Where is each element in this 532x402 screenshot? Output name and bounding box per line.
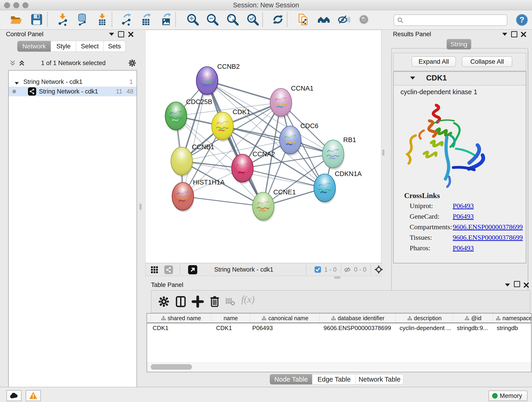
zoom-in-icon[interactable] (186, 13, 199, 26)
function-builder-icon: f(x) (241, 294, 254, 305)
network-edge[interactable] (183, 196, 263, 206)
tab-network-table[interactable]: Network Table (355, 374, 404, 385)
collapse-all-icon[interactable] (9, 60, 16, 66)
network-share-view-icon[interactable] (164, 265, 173, 274)
show-preview-icon[interactable] (357, 13, 370, 26)
column-header[interactable]: database identifier (319, 313, 396, 323)
close-window-icon[interactable] (4, 2, 10, 8)
table-cell[interactable]: CDK1 (211, 324, 253, 332)
network-graph[interactable]: CCNB2CCNA1CDC25BCDK1CDC6RB1CCNB1CCNA2CDK… (146, 30, 381, 263)
control-panel-menu-icon[interactable] (109, 32, 114, 37)
refresh-icon[interactable] (272, 13, 284, 26)
grid-view-icon[interactable] (151, 266, 158, 274)
zoom-window-icon[interactable] (22, 2, 28, 8)
network-node-RB1[interactable]: RB1 (322, 136, 356, 170)
open-session-icon[interactable] (10, 13, 22, 26)
column-header[interactable]: namespace (493, 313, 531, 323)
zoom-fit-icon[interactable] (226, 13, 239, 26)
warning-button[interactable] (26, 390, 41, 401)
tab-network[interactable]: Network (17, 41, 51, 52)
minimize-window-icon[interactable] (13, 2, 19, 8)
network-collection-row[interactable]: String Network - cdk1 1 (9, 77, 137, 87)
table-cell[interactable]: CDK1 (150, 324, 211, 332)
network-node-CDC25B[interactable]: CDC25B (165, 98, 212, 132)
crosslink-genecard-link[interactable]: P06493 (453, 212, 474, 220)
help-icon[interactable]: ? (515, 13, 528, 26)
network-node-CCNE1[interactable]: CCNE1 (253, 188, 296, 222)
gene-section-header[interactable]: CDK1 (394, 72, 526, 85)
tab-string[interactable]: String (447, 39, 471, 50)
search-input[interactable] (406, 15, 503, 25)
table-cell[interactable]: P06493 (250, 324, 319, 332)
first-neighbors-icon[interactable] (317, 13, 330, 26)
network-node-CCNA2[interactable]: CCNA2 (232, 150, 275, 184)
show-columns-icon[interactable] (174, 295, 187, 308)
network-node-CDC6[interactable]: CDC6 (279, 122, 318, 156)
tab-edge-table[interactable]: Edge Table (312, 374, 356, 385)
export-table-icon[interactable] (140, 13, 152, 26)
table-cell[interactable]: stringdb:9... (453, 324, 494, 332)
cloud-button[interactable] (6, 390, 22, 401)
import-table-icon[interactable] (96, 13, 109, 26)
export-network-icon[interactable] (120, 13, 133, 26)
results-panel-menu-icon[interactable] (502, 32, 507, 37)
network-node-HIST1H1A[interactable]: HIST1H1A (172, 179, 225, 212)
crosslink-compartments-link[interactable]: 9606.ENSP00000378699 (453, 223, 523, 231)
network-canvas[interactable]: CCNB2CCNA1CDC25BCDK1CDC6RB1CCNB1CCNA2CDK… (145, 30, 381, 263)
table-panel-menu-icon[interactable] (505, 283, 510, 287)
table-cell[interactable]: cyclin-dependent ... (395, 324, 455, 332)
table-panel-close-icon[interactable] (523, 282, 529, 288)
expand-all-icon[interactable] (18, 60, 25, 66)
fit-content-crosshair-icon[interactable] (374, 265, 383, 274)
table-cell[interactable]: 9606.ENSP00000378699 (319, 324, 397, 332)
import-database-icon[interactable] (76, 13, 89, 26)
tab-node-table[interactable]: Node Table (270, 374, 312, 385)
table-settings-gear-icon[interactable] (157, 295, 170, 308)
scrollbar-thumb[interactable] (151, 364, 192, 370)
tab-sets[interactable]: Sets (103, 41, 126, 52)
collapse-all-button[interactable]: Collapse All (462, 56, 512, 67)
copy-style-icon[interactable] (297, 13, 310, 26)
column-header[interactable]: name (211, 313, 250, 323)
zoom-out-icon[interactable] (206, 13, 219, 26)
table-panel-float-icon[interactable] (514, 281, 520, 288)
gene-expander-icon[interactable] (410, 76, 415, 80)
save-session-icon[interactable] (30, 13, 43, 26)
delete-column-icon[interactable] (208, 295, 221, 308)
export-image-icon[interactable] (160, 13, 173, 26)
tab-select[interactable]: Select (76, 41, 104, 52)
column-header[interactable]: shared name (150, 313, 211, 323)
tab-style[interactable]: Style (51, 41, 76, 52)
network-options-gear-icon[interactable] (128, 59, 137, 67)
network-edge[interactable] (207, 81, 263, 206)
network-node-CDKN1A[interactable]: CDKN1A (314, 170, 362, 204)
network-node-CCNB1[interactable]: CCNB1 (171, 143, 214, 177)
import-network-icon[interactable] (56, 13, 69, 26)
network-node-CCNB2[interactable]: CCNB2 (196, 63, 240, 96)
create-column-icon[interactable] (191, 295, 204, 308)
results-panel-close-icon[interactable] (520, 32, 526, 37)
network-row-selected[interactable]: String Network - cdk1 11 48 (9, 87, 137, 96)
bottom-splitter-handle[interactable] (334, 276, 341, 279)
crosslink-pharos-link[interactable]: P06493 (453, 244, 474, 252)
network-node-CDK1[interactable]: CDK1 (212, 108, 250, 142)
table-horizontal-scrollbar[interactable] (147, 363, 531, 371)
column-header[interactable]: description (395, 313, 453, 323)
control-panel-close-icon[interactable] (128, 32, 134, 37)
crosslink-tissues-link[interactable]: 9606.ENSP00000378699 (453, 234, 523, 241)
results-panel-float-icon[interactable] (511, 31, 517, 38)
zoom-selected-icon[interactable] (246, 13, 259, 26)
table-cell[interactable]: stringdb (493, 324, 532, 332)
hide-selected-icon[interactable] (337, 13, 350, 26)
birdseye-view-icon[interactable] (188, 265, 197, 274)
expand-all-button[interactable]: Expand All (412, 56, 456, 67)
right-splitter-handle[interactable] (382, 149, 385, 156)
collection-expander-icon[interactable] (14, 78, 19, 88)
column-header[interactable]: @id (453, 313, 493, 323)
control-panel-float-icon[interactable] (118, 31, 124, 38)
crosslink-uniprot-link[interactable]: P06493 (453, 202, 474, 210)
left-splitter-handle[interactable] (139, 204, 142, 210)
selected-nodes-checkbox-icon[interactable] (315, 266, 321, 273)
column-header[interactable]: canonical name (250, 313, 320, 323)
memory-button[interactable]: Memory (488, 390, 527, 401)
